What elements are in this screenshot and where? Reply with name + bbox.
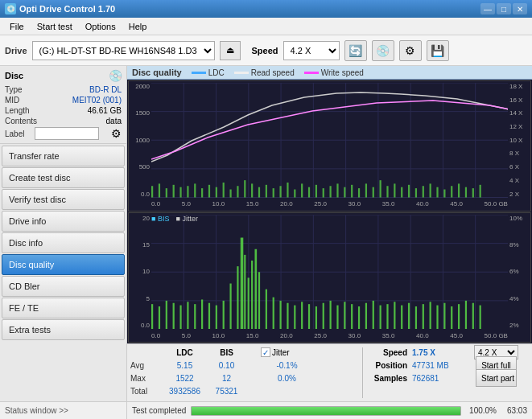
menu-start-test[interactable]: Start test (31, 20, 79, 33)
svg-rect-55 (436, 187, 438, 198)
svg-rect-31 (266, 185, 267, 198)
title-bar: 💿 Opti Drive Control 1.70 — □ ✕ (0, 0, 532, 18)
close-button[interactable]: ✕ (513, 3, 527, 14)
x2-45: 45.0 (450, 332, 463, 339)
save-icon[interactable]: 💾 (427, 40, 449, 61)
y2r-4: 4% (509, 295, 529, 302)
sidebar-item-drive-info[interactable]: Drive info (2, 211, 125, 232)
chart-title: Disc quality (132, 68, 182, 77)
eject-button[interactable]: ⏏ (220, 41, 241, 60)
svg-rect-46 (373, 187, 374, 198)
y1r-16x: 16 X (509, 97, 529, 104)
bis-legend-label: ■ BIS (151, 215, 169, 223)
svg-rect-105 (330, 300, 332, 329)
y1r-8x: 8 X (509, 150, 529, 157)
status-window-button[interactable]: Status window >> (0, 402, 127, 419)
menu-file[interactable]: File (3, 20, 31, 33)
svg-rect-19 (179, 187, 181, 198)
y2r-8: 8% (509, 241, 529, 249)
position-label: Position (366, 361, 410, 370)
x2-35: 35.0 (382, 332, 395, 339)
label-input[interactable] (35, 127, 99, 140)
burn-icon[interactable]: 💿 (372, 40, 394, 61)
svg-rect-80 (173, 302, 175, 329)
sidebar-item-create-test-disc[interactable]: Create test disc (2, 167, 125, 188)
disc-title: Disc (5, 71, 23, 80)
svg-rect-41 (336, 183, 338, 197)
svg-rect-116 (408, 302, 410, 329)
y1r-2x: 2 X (509, 191, 529, 198)
length-value: 46.61 GB (88, 106, 122, 115)
svg-rect-99 (287, 302, 288, 329)
svg-rect-92 (248, 277, 250, 329)
start-part-button[interactable]: Start part (476, 369, 517, 387)
sidebar-item-verify-test-disc[interactable]: Verify test disc (2, 189, 125, 210)
completed-text: Test completed (132, 406, 186, 415)
y2r-6: 6% (509, 268, 529, 275)
svg-rect-87 (223, 300, 225, 329)
y1-label-1000: 1000 (130, 137, 150, 144)
refresh-icon[interactable]: 🔄 (344, 40, 367, 61)
svg-rect-24 (216, 187, 217, 198)
svg-rect-38 (315, 185, 317, 198)
svg-rect-52 (415, 188, 417, 197)
legend-read-speed-label: Read speed (251, 68, 295, 77)
speed-hdr: Speed (366, 348, 410, 357)
app-icon: 💿 (5, 3, 16, 14)
sidebar-item-extra-tests[interactable]: Extra tests (2, 319, 125, 340)
svg-rect-119 (430, 302, 431, 329)
y2-5: 5 (130, 295, 150, 302)
menu-help[interactable]: Help (122, 20, 154, 33)
legend-ldc-label: LDC (208, 68, 225, 77)
drive-label: Drive (5, 46, 27, 55)
maximize-button[interactable]: □ (497, 3, 511, 14)
svg-rect-36 (301, 183, 303, 197)
jitter-checkbox[interactable]: ✓ (261, 347, 270, 357)
ldc-chart: 2000 1500 1000 500 0.0 18 X 16 X 14 X 12… (128, 80, 531, 212)
ldc-chart-svg (151, 83, 508, 198)
svg-rect-60 (472, 188, 474, 197)
x2-10: 10.0 (212, 332, 225, 339)
sidebar-item-disc-info[interactable]: Disc info (2, 232, 125, 253)
speed-select[interactable]: 4.2 X (283, 41, 340, 60)
svg-rect-103 (315, 306, 317, 330)
svg-rect-29 (251, 183, 253, 197)
position-value: 47731 MB (412, 361, 472, 370)
type-value: BD-R DL (89, 85, 122, 94)
disc-refresh-icon[interactable]: 💿 (109, 69, 122, 82)
sidebar-item-fe-te[interactable]: FE / TE (2, 298, 125, 318)
bis-chart-svg (151, 215, 508, 330)
x1-10: 10.0 (212, 200, 225, 207)
x2-5: 5.0 (182, 332, 191, 339)
svg-rect-28 (244, 180, 245, 197)
svg-rect-47 (380, 180, 381, 197)
minimize-button[interactable]: — (480, 3, 495, 14)
drive-select[interactable]: (G:) HL-DT-ST BD-RE WH16NS48 1.D3 (32, 41, 215, 60)
progress-bar (192, 407, 460, 415)
svg-rect-89 (237, 266, 238, 329)
sidebar-item-disc-quality[interactable]: Disc quality (2, 254, 125, 275)
legend-write-speed: Write speed (304, 68, 364, 77)
bottom-status-bar: Status window >> Test completed 100.0% 6… (0, 401, 532, 419)
svg-rect-16 (159, 183, 160, 197)
settings-icon[interactable]: ⚙ (399, 40, 422, 61)
progress-percent: 100.0% (466, 406, 497, 415)
svg-rect-96 (266, 289, 267, 329)
y2r-2: 2% (509, 322, 529, 329)
svg-rect-61 (480, 185, 481, 198)
menu-options[interactable]: Options (79, 20, 122, 33)
y1r-6x: 6 X (509, 163, 529, 170)
ldc-total: 3932586 (163, 387, 207, 396)
x2-30: 30.0 (348, 332, 361, 339)
sidebar-item-cd-bler[interactable]: CD Bler (2, 276, 125, 297)
svg-rect-32 (273, 188, 274, 197)
ldc-avg: 5.15 (163, 361, 207, 370)
y1r-12x: 12 X (509, 123, 529, 130)
svg-rect-42 (344, 187, 345, 198)
sidebar-item-transfer-rate[interactable]: Transfer rate (2, 146, 125, 166)
label-icon[interactable]: ⚙ (111, 127, 122, 140)
x1-25: 25.0 (314, 200, 327, 207)
x1-40: 40.0 (416, 200, 429, 207)
app-title: Opti Drive Control 1.70 (19, 4, 115, 14)
y2r-10: 10% (509, 215, 529, 222)
